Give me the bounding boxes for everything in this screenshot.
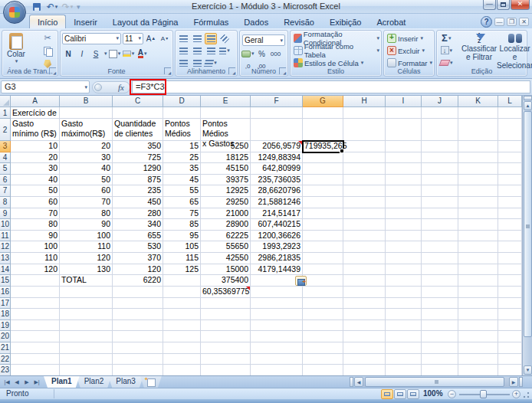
cell-K6[interactable]	[458, 175, 498, 186]
cell-K20[interactable]	[458, 331, 498, 342]
cell-J17[interactable]	[422, 298, 458, 310]
cell-K22[interactable]	[458, 354, 498, 365]
tab-split-handle[interactable]	[350, 377, 353, 387]
comma-style-button[interactable]: 000	[270, 48, 282, 60]
cell-F11[interactable]: 1200,36626	[251, 231, 303, 242]
cell-J13[interactable]	[422, 253, 458, 264]
cell-K3[interactable]	[458, 141, 498, 152]
cell-I16[interactable]	[386, 287, 422, 298]
cell-F21[interactable]	[251, 342, 303, 354]
ribbon-tab-layout-da-página[interactable]: Layout da Página	[105, 15, 186, 28]
page-break-view-button[interactable]	[407, 389, 419, 399]
cell-C1[interactable]	[113, 107, 163, 119]
cell-A3[interactable]: 10	[11, 141, 60, 152]
zoom-slider-thumb[interactable]	[480, 390, 487, 398]
cell-L16[interactable]	[498, 287, 522, 298]
ribbon-tab-fórmulas[interactable]: Fórmulas	[186, 15, 237, 28]
cell-H22[interactable]	[343, 354, 386, 365]
help-button[interactable]: ?	[481, 16, 492, 28]
cell-K21[interactable]	[458, 342, 498, 354]
cell-B7[interactable]: 60	[60, 185, 113, 197]
close-button[interactable]: ✕	[511, 0, 530, 10]
font-name-combobox[interactable]: Calibri▾	[62, 33, 121, 44]
cell-J5[interactable]	[422, 163, 458, 175]
cell-I23[interactable]	[386, 365, 422, 375]
cell-J2[interactable]	[422, 119, 458, 141]
cell-B3[interactable]: 20	[60, 141, 113, 152]
cell-A18[interactable]	[11, 309, 60, 320]
shrink-font-button[interactable]: A▼	[159, 33, 171, 44]
column-header-F[interactable]: F	[251, 96, 303, 107]
cell-J23[interactable]	[422, 365, 458, 375]
cell-E13[interactable]: 42550	[201, 253, 251, 264]
cell-H13[interactable]	[343, 253, 386, 264]
align-right-button[interactable]	[205, 45, 217, 57]
scroll-down-button[interactable]: ▼	[524, 365, 532, 375]
scroll-left-button[interactable]: ◀	[354, 377, 363, 387]
cell-C12[interactable]: 530	[113, 241, 163, 253]
cell-K17[interactable]	[458, 298, 498, 310]
row-header-10[interactable]: 10	[0, 219, 11, 231]
cell-J18[interactable]	[422, 309, 458, 320]
cell-A10[interactable]: 80	[11, 219, 60, 231]
restore-button[interactable]	[497, 0, 510, 10]
borders-button[interactable]: ▾	[109, 48, 121, 60]
cell-H17[interactable]	[343, 298, 386, 310]
cell-B16[interactable]	[60, 287, 113, 298]
cell-G3[interactable]: 719935,265	[303, 141, 343, 152]
cell-F8[interactable]: 21,5881246	[251, 197, 303, 208]
align-bottom-button[interactable]	[205, 33, 217, 44]
column-header-G[interactable]: G	[303, 96, 343, 107]
row-header-13[interactable]: 13	[0, 253, 11, 264]
cell-A6[interactable]: 40	[11, 175, 60, 186]
cell-A4[interactable]: 20	[11, 152, 60, 164]
cell-A15[interactable]	[11, 275, 60, 287]
row-header-22[interactable]: 22	[0, 354, 11, 365]
column-header-I[interactable]: I	[386, 96, 422, 107]
cell-J21[interactable]	[422, 342, 458, 354]
cell-K19[interactable]	[458, 320, 498, 332]
cell-I15[interactable]	[386, 275, 422, 287]
cell-C4[interactable]: 725	[113, 152, 163, 164]
cell-I21[interactable]	[386, 342, 422, 354]
cell-J19[interactable]	[422, 320, 458, 332]
zoom-out-button[interactable]: −	[448, 390, 456, 398]
cell-F19[interactable]	[251, 320, 303, 332]
cell-K13[interactable]	[458, 253, 498, 264]
cell-F12[interactable]: 1993,2923	[251, 241, 303, 253]
cell-K18[interactable]	[458, 309, 498, 320]
bold-button[interactable]: N	[62, 48, 74, 60]
cell-H5[interactable]	[343, 163, 386, 175]
cell-H19[interactable]	[343, 320, 386, 332]
cell-K15[interactable]	[458, 275, 498, 287]
cell-K14[interactable]	[458, 264, 498, 276]
cell-C10[interactable]: 340	[113, 219, 163, 231]
alignment-dialog-launcher[interactable]	[228, 67, 235, 74]
cell-A12[interactable]: 100	[11, 241, 60, 253]
cell-C19[interactable]	[113, 320, 163, 332]
cell-A1[interactable]: Exercício de Estatística - Análise descr…	[11, 107, 60, 119]
cell-C18[interactable]	[113, 309, 163, 320]
cell-G8[interactable]	[303, 197, 343, 208]
cell-G12[interactable]	[303, 241, 343, 253]
zoom-in-button[interactable]: +	[512, 390, 521, 398]
cell-I8[interactable]	[386, 197, 422, 208]
vertical-scrollbar[interactable]: ▲ ▼	[522, 96, 532, 375]
cell-J10[interactable]	[422, 219, 458, 231]
cell-C21[interactable]	[113, 342, 163, 354]
fill-button[interactable]: ↓▾	[440, 44, 453, 56]
row-header-14[interactable]: 14	[0, 264, 11, 276]
vertical-split-box[interactable]	[524, 96, 532, 100]
cell-I1[interactable]	[386, 107, 422, 119]
font-size-combobox[interactable]: 11▾	[123, 33, 143, 44]
last-sheet-button[interactable]: ▶|	[32, 379, 41, 385]
cell-D5[interactable]: 35	[163, 163, 201, 175]
cell-D10[interactable]: 85	[163, 219, 201, 231]
cell-H10[interactable]	[343, 219, 386, 231]
ribbon-tab-inserir[interactable]: Inserir	[66, 15, 105, 28]
cell-B21[interactable]	[60, 342, 113, 354]
ribbon-tab-início[interactable]: Início	[29, 15, 66, 28]
cell-B5[interactable]: 40	[60, 163, 113, 175]
cell-I9[interactable]	[386, 208, 422, 220]
row-header-19[interactable]: 19	[0, 320, 11, 332]
